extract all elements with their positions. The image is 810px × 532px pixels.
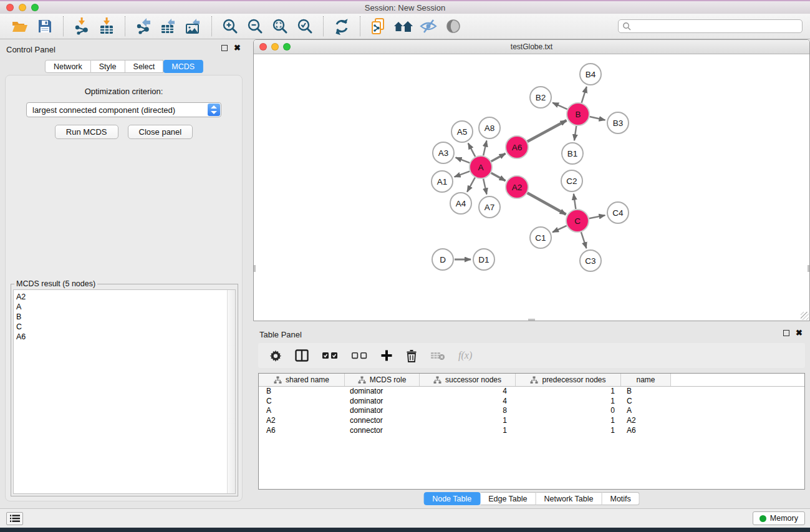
zoom-window-button[interactable]: [31, 4, 39, 11]
network-minimize-button[interactable]: [271, 43, 279, 51]
zoom-selected-icon[interactable]: [294, 16, 316, 36]
table-row[interactable]: Bdominator41B: [259, 387, 804, 397]
function-builder-icon[interactable]: f(x): [458, 347, 472, 364]
graph-edge-A-A7[interactable]: [483, 179, 486, 195]
first-neighbors-icon[interactable]: [393, 16, 414, 36]
network-close-button[interactable]: [259, 43, 267, 51]
resize-grip[interactable]: [801, 312, 809, 320]
graph-edge-C-C4[interactable]: [589, 215, 605, 218]
table-row[interactable]: Cdominator41C: [259, 397, 804, 407]
column-header-predecessor-nodes[interactable]: predecessor nodes: [516, 374, 621, 386]
graph-node-D1[interactable]: D1: [473, 249, 494, 270]
graph-node-C4[interactable]: C4: [607, 202, 629, 223]
export-table-icon[interactable]: [158, 16, 179, 36]
tab-mcds[interactable]: MCDS: [163, 60, 203, 73]
graph-node-B4[interactable]: B4: [580, 64, 601, 85]
search-input[interactable]: [631, 22, 798, 31]
graph-node-B[interactable]: B: [567, 103, 589, 125]
result-item[interactable]: A2: [16, 292, 235, 302]
network-window-titlebar[interactable]: testGlobe.txt: [254, 40, 809, 54]
close-window-button[interactable]: [6, 4, 14, 11]
refresh-layout-icon[interactable]: [331, 16, 352, 36]
graph-node-B3[interactable]: B3: [607, 112, 629, 133]
import-network-icon[interactable]: [71, 16, 92, 36]
task-history-button[interactable]: [6, 512, 23, 525]
tab-node-table[interactable]: Node Table: [423, 492, 480, 505]
graph-node-C[interactable]: C: [566, 210, 589, 232]
float-panel-icon[interactable]: [221, 45, 228, 51]
graph-edge-A-A6[interactable]: [491, 153, 506, 162]
graph-node-B2[interactable]: B2: [530, 87, 551, 108]
table-row[interactable]: Adominator80A: [259, 406, 804, 416]
graph-node-A8[interactable]: A8: [479, 117, 500, 138]
network-zoom-button[interactable]: [283, 43, 291, 51]
clone-network-icon[interactable]: [368, 16, 389, 36]
show-all-icon[interactable]: [443, 16, 464, 36]
delete-column-icon[interactable]: [406, 347, 417, 364]
list-scrollbar[interactable]: [227, 290, 235, 493]
column-header-MCDS-role[interactable]: MCDS role: [345, 374, 420, 386]
delete-table-icon[interactable]: [430, 347, 445, 364]
graph-node-C2[interactable]: C2: [561, 170, 582, 191]
graph-node-A6[interactable]: A6: [506, 136, 528, 158]
result-item[interactable]: A: [16, 302, 235, 312]
hide-selected-icon[interactable]: [418, 16, 439, 36]
tab-motifs[interactable]: Motifs: [602, 492, 639, 505]
network-canvas[interactable]: AA1A2A3A4A5A6A7A8BB1B2B3B4CC1C2C3C4DD1: [254, 54, 809, 321]
graph-edge-A-A8[interactable]: [483, 140, 486, 155]
graph-edge-B-B1[interactable]: [574, 126, 576, 140]
graph-edge-A-A1[interactable]: [455, 172, 470, 177]
graph-node-A2[interactable]: A2: [506, 176, 528, 198]
add-column-icon[interactable]: [380, 347, 393, 364]
open-session-icon[interactable]: [9, 16, 31, 36]
table-row[interactable]: A2connector11A2: [259, 416, 804, 426]
graph-edge-A-A5[interactable]: [468, 143, 475, 157]
graph-node-D[interactable]: D: [432, 249, 453, 270]
graph-node-A5[interactable]: A5: [451, 121, 473, 142]
graph-node-A1[interactable]: A1: [432, 171, 453, 192]
zoom-fit-icon[interactable]: [269, 16, 291, 36]
graph-edge-C-C1[interactable]: [552, 226, 567, 232]
tab-network[interactable]: Network: [45, 60, 91, 73]
graph-node-A7[interactable]: A7: [479, 196, 500, 218]
graph-edge-C-C2[interactable]: [574, 194, 576, 209]
column-header-successor-nodes[interactable]: successor nodes: [420, 374, 516, 386]
result-item[interactable]: B: [16, 312, 235, 322]
tab-network-table[interactable]: Network Table: [536, 492, 602, 505]
graph-edge-B-B3[interactable]: [590, 117, 605, 120]
close-panel-icon[interactable]: ✖: [234, 45, 241, 51]
graph-edge-B-B4[interactable]: [582, 87, 587, 103]
result-item[interactable]: C: [16, 322, 235, 332]
minimize-window-button[interactable]: [19, 4, 26, 11]
tab-select[interactable]: Select: [125, 60, 164, 73]
tab-edge-table[interactable]: Edge Table: [480, 492, 536, 505]
close-panel-button[interactable]: Close panel: [128, 125, 193, 139]
zoom-in-icon[interactable]: [219, 16, 241, 36]
run-mcds-button[interactable]: Run MCDS: [55, 125, 118, 139]
select-all-columns-icon[interactable]: [322, 347, 338, 364]
export-network-icon[interactable]: [133, 16, 154, 36]
graph-edge-A-A4[interactable]: [467, 178, 475, 192]
graph-node-C1[interactable]: C1: [530, 227, 551, 248]
split-panel-icon[interactable]: [295, 347, 309, 364]
graph-node-B1[interactable]: B1: [562, 143, 583, 164]
graph-edge-A6-B[interactable]: [528, 120, 567, 142]
table-row[interactable]: A6connector11A6: [259, 426, 804, 436]
graph-node-C3[interactable]: C3: [580, 250, 601, 271]
graph-edge-A2-C[interactable]: [528, 193, 566, 215]
graph-edge-A-A3[interactable]: [456, 158, 470, 163]
table-settings-icon[interactable]: [269, 347, 282, 364]
result-item[interactable]: A6: [16, 332, 235, 342]
column-header-shared-name[interactable]: shared name: [259, 374, 345, 386]
close-panel-icon[interactable]: ✖: [796, 330, 803, 336]
criterion-dropdown[interactable]: largest connected component (directed): [26, 102, 221, 117]
mcds-result-list[interactable]: A2ABCA6: [13, 289, 236, 494]
graph-node-A3[interactable]: A3: [433, 142, 454, 163]
save-session-icon[interactable]: [34, 16, 55, 36]
zoom-out-icon[interactable]: [244, 16, 266, 36]
float-panel-icon[interactable]: [783, 330, 789, 336]
search-box[interactable]: [618, 19, 803, 33]
graph-edge-C-C3[interactable]: [581, 232, 587, 248]
memory-button[interactable]: Memory: [753, 511, 805, 525]
column-header-name[interactable]: name: [621, 374, 671, 386]
